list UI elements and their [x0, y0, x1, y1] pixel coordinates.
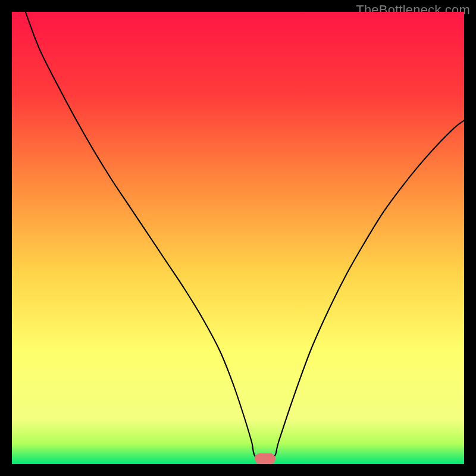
optimum-marker: [255, 453, 275, 464]
chart-container: TheBottleneck.com: [0, 0, 476, 476]
bottleneck-chart: [12, 12, 464, 464]
